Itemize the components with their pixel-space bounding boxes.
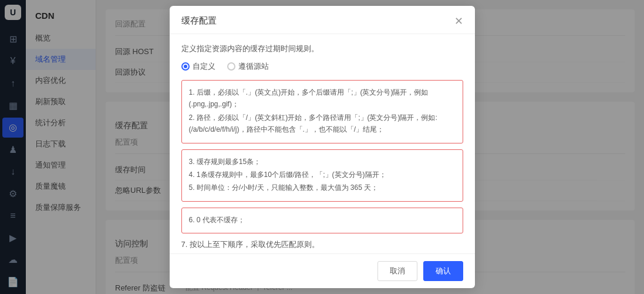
radio-follow-label: 遵循源站 (238, 61, 269, 72)
confirm-button[interactable]: 确认 (423, 261, 463, 281)
close-icon[interactable]: ✕ (454, 16, 463, 26)
radio-custom-circle (181, 62, 190, 71)
cache-config-modal: 缓存配置 ✕ 定义指定资源内容的缓存过期时间规则。 自定义 遵循源站 1. 后缀… (170, 6, 475, 288)
modal-body: 定义指定资源内容的缓存过期时间规则。 自定义 遵循源站 1. 后缀，必须以「.」… (170, 34, 475, 253)
modal-desc: 定义指定资源内容的缓存过期时间规则。 (181, 44, 463, 54)
radio-follow[interactable]: 遵循源站 (227, 61, 269, 72)
notice-item: 3. 缓存规则最多15条； (189, 156, 456, 168)
mode-radio-group: 自定义 遵循源站 (181, 61, 463, 72)
notice-item: 2. 路径，必须以「/」(英文斜杠)开始，多个路径请用「;」(英文分号)隔开，例… (189, 112, 456, 136)
notice-item: 4. 1条缓存规则中，最多10个后缀/路径，「;」(英文分号)隔开； (189, 169, 456, 181)
modal-footer: 取消 确认 (170, 253, 475, 288)
modal-header: 缓存配置 ✕ (170, 6, 475, 34)
notice-box-1: 1. 后缀，必须以「.」(英文点)开始，多个后缀请用「;」(英文分号)隔开，例如… (181, 80, 463, 143)
cancel-button[interactable]: 取消 (377, 261, 417, 281)
modal-title: 缓存配置 (181, 15, 217, 26)
notice-box-3: 6. 0 代表不缓存； (181, 208, 463, 233)
modal-overlay: 缓存配置 ✕ 定义指定资源内容的缓存过期时间规则。 自定义 遵循源站 1. 后缀… (0, 0, 644, 294)
notice-item: 6. 0 代表不缓存； (189, 214, 456, 226)
radio-follow-circle (227, 62, 235, 71)
radio-custom-label: 自定义 (193, 61, 215, 72)
notice-box-2: 3. 缓存规则最多15条； 4. 1条缓存规则中，最多10个后缀/路径，「;」(… (181, 149, 463, 202)
notice-item: 5. 时间单位：分/小时/天，只能输入整数，最大值为 365 天； (189, 182, 456, 193)
radio-custom[interactable]: 自定义 (181, 61, 215, 72)
rule7-text: 7. 按以上至下顺序，采取优先匹配原则。 (181, 239, 463, 250)
notice-item: 1. 后缀，必须以「.」(英文点)开始，多个后缀请用「;」(英文分号)隔开，例如… (189, 86, 456, 111)
